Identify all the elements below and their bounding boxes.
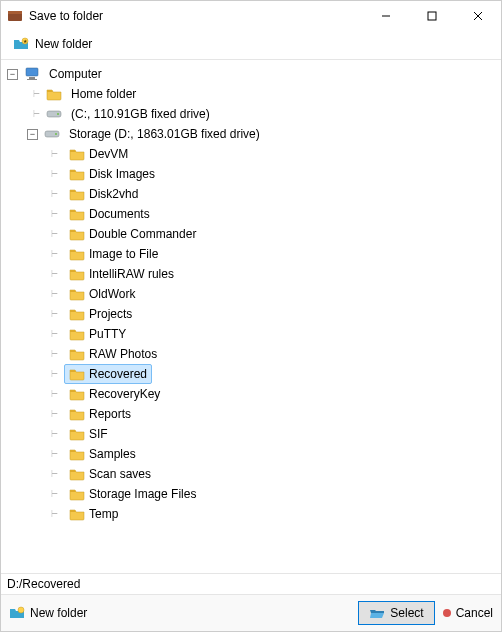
tree-label: Storage (D:, 1863.01GB fixed drive) bbox=[64, 125, 265, 143]
tree-tick: ⊢ bbox=[49, 404, 60, 424]
tree-label: Disk Images bbox=[64, 164, 160, 184]
folder-icon bbox=[46, 86, 62, 102]
tree-node-folder[interactable]: ⊢Temp bbox=[7, 504, 501, 524]
tree-label: Samples bbox=[64, 444, 141, 464]
select-label: Select bbox=[390, 606, 423, 620]
minimize-button[interactable] bbox=[363, 1, 409, 31]
tree-node-folder[interactable]: ⊢PuTTY bbox=[7, 324, 501, 344]
maximize-button[interactable] bbox=[409, 1, 455, 31]
tree-tick: ⊢ bbox=[49, 224, 60, 244]
tree-tick: ⊢ bbox=[49, 284, 60, 304]
drive-icon bbox=[46, 106, 62, 122]
tree-node-folder[interactable]: ⊢Disk2vhd bbox=[7, 184, 501, 204]
folder-icon bbox=[69, 206, 85, 222]
tree-label: Home folder bbox=[66, 85, 141, 103]
top-toolbar: ★ New folder bbox=[1, 31, 501, 57]
tree-label: RAW Photos bbox=[64, 344, 162, 364]
tree-label: RecoveryKey bbox=[64, 384, 165, 404]
folder-icon bbox=[69, 406, 85, 422]
tree-node-folder[interactable]: ⊢Documents bbox=[7, 204, 501, 224]
svg-rect-8 bbox=[26, 68, 38, 76]
tree-tick: ⊢ bbox=[49, 484, 60, 504]
tree-tick: ⊢ bbox=[49, 424, 60, 444]
tree-label: Projects bbox=[64, 304, 137, 324]
svg-rect-3 bbox=[428, 12, 436, 20]
collapse-icon[interactable]: − bbox=[27, 129, 38, 140]
tree-label: Recovered bbox=[64, 364, 152, 384]
svg-point-15 bbox=[18, 607, 24, 613]
tree-node-computer[interactable]: −Computer bbox=[7, 64, 501, 84]
folder-tree[interactable]: −Computer⊢Home folder⊢(C:, 110.91GB fixe… bbox=[1, 60, 501, 573]
svg-rect-9 bbox=[29, 77, 35, 79]
folder-icon bbox=[69, 486, 85, 502]
tree-label: IntelliRAW rules bbox=[64, 264, 179, 284]
select-button[interactable]: Select bbox=[358, 601, 434, 625]
titlebar: Save to folder bbox=[1, 1, 501, 31]
tree-node-storage[interactable]: −Storage (D:, 1863.01GB fixed drive) bbox=[7, 124, 501, 144]
tree-node-folder[interactable]: ⊢SIF bbox=[7, 424, 501, 444]
tree-node-folder[interactable]: ⊢Reports bbox=[7, 404, 501, 424]
cancel-button[interactable]: Cancel bbox=[443, 606, 493, 620]
new-folder-icon: ★ bbox=[13, 36, 29, 52]
new-folder-button-top[interactable]: ★ New folder bbox=[9, 34, 96, 54]
new-folder-button-bottom[interactable]: New folder bbox=[9, 605, 87, 621]
close-button[interactable] bbox=[455, 1, 501, 31]
path-bar: D:/Recovered bbox=[1, 573, 501, 594]
tree-node-folder[interactable]: ⊢Double Commander bbox=[7, 224, 501, 244]
collapse-icon[interactable]: − bbox=[7, 69, 18, 80]
folder-icon bbox=[69, 346, 85, 362]
tree-label: (C:, 110.91GB fixed drive) bbox=[66, 105, 215, 123]
tree-tick: ⊢ bbox=[49, 344, 60, 364]
tree-tick: ⊢ bbox=[49, 444, 60, 464]
tree-label: Reports bbox=[64, 404, 136, 424]
tree-node-drive-c[interactable]: ⊢(C:, 110.91GB fixed drive) bbox=[7, 104, 501, 124]
folder-icon bbox=[69, 366, 85, 382]
tree-node-folder[interactable]: ⊢OldWork bbox=[7, 284, 501, 304]
tree-tick: ⊢ bbox=[31, 84, 42, 104]
tree-label: OldWork bbox=[64, 284, 140, 304]
save-folder-dialog: Save to folder ★ New folder −Computer⊢Ho… bbox=[0, 0, 502, 632]
window-title: Save to folder bbox=[29, 9, 363, 23]
new-folder-label-bottom: New folder bbox=[30, 606, 87, 620]
folder-icon bbox=[69, 246, 85, 262]
tree-tick: ⊢ bbox=[49, 364, 60, 384]
folder-icon bbox=[69, 446, 85, 462]
tree-label: Double Commander bbox=[64, 224, 201, 244]
folder-icon bbox=[69, 506, 85, 522]
tree-label: Documents bbox=[64, 204, 155, 224]
tree-node-folder[interactable]: ⊢Storage Image Files bbox=[7, 484, 501, 504]
svg-rect-1 bbox=[8, 11, 22, 14]
computer-icon bbox=[24, 66, 40, 82]
open-folder-icon bbox=[369, 605, 385, 621]
tree-node-folder[interactable]: ⊢Recovered bbox=[7, 364, 501, 384]
cancel-icon bbox=[443, 609, 451, 617]
tree-tick: ⊢ bbox=[49, 304, 60, 324]
tree-node-folder[interactable]: ⊢RecoveryKey bbox=[7, 384, 501, 404]
folder-icon bbox=[69, 466, 85, 482]
tree-node-folder[interactable]: ⊢DevVM bbox=[7, 144, 501, 164]
folder-icon bbox=[69, 186, 85, 202]
folder-icon bbox=[69, 426, 85, 442]
folder-icon bbox=[69, 266, 85, 282]
tree-tick: ⊢ bbox=[49, 504, 60, 524]
tree-label: Storage Image Files bbox=[64, 484, 201, 504]
tree-tick: ⊢ bbox=[49, 324, 60, 344]
tree-tick: ⊢ bbox=[49, 464, 60, 484]
tree-node-folder[interactable]: ⊢Samples bbox=[7, 444, 501, 464]
tree-tick: ⊢ bbox=[49, 184, 60, 204]
tree-node-folder[interactable]: ⊢RAW Photos bbox=[7, 344, 501, 364]
tree-node-folder[interactable]: ⊢Projects bbox=[7, 304, 501, 324]
tree-label: Computer bbox=[44, 65, 107, 83]
tree-node-folder[interactable]: ⊢Disk Images bbox=[7, 164, 501, 184]
tree-node-folder[interactable]: ⊢IntelliRAW rules bbox=[7, 264, 501, 284]
bottom-bar: New folder Select Cancel bbox=[1, 594, 501, 631]
svg-point-12 bbox=[57, 113, 59, 115]
folder-icon bbox=[69, 386, 85, 402]
tree-node-home[interactable]: ⊢Home folder bbox=[7, 84, 501, 104]
tree-node-folder[interactable]: ⊢Image to File bbox=[7, 244, 501, 264]
app-icon bbox=[7, 8, 23, 24]
tree-node-folder[interactable]: ⊢Scan saves bbox=[7, 464, 501, 484]
tree-tick: ⊢ bbox=[49, 384, 60, 404]
folder-icon bbox=[69, 306, 85, 322]
tree-tick: ⊢ bbox=[49, 244, 60, 264]
